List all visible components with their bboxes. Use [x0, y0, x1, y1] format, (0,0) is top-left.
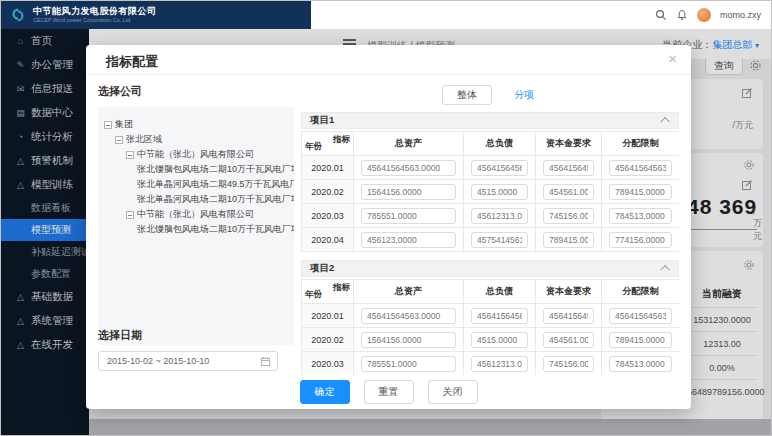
tree-node[interactable]: 张北区域	[104, 132, 288, 147]
corner-bottom-label: 年份	[305, 141, 322, 153]
tree-expander-icon[interactable]	[104, 121, 112, 129]
metric-input[interactable]	[543, 232, 594, 248]
metric-input[interactable]	[471, 308, 528, 324]
calendar-icon[interactable]	[260, 356, 271, 367]
section-header-项目2[interactable]: 项目2	[301, 260, 679, 277]
metric-input[interactable]	[609, 332, 672, 348]
tree-node-label: 集团	[115, 117, 133, 132]
metric-input[interactable]	[361, 356, 456, 372]
chevron-up-icon[interactable]	[660, 265, 670, 275]
value-cell	[464, 304, 536, 328]
metric-input[interactable]	[543, 332, 594, 348]
metric-input[interactable]	[471, 184, 528, 200]
modal-right-column: 整体分项 项目1指标年份总资产总负债资本金要求分配限制2020.012020.0…	[301, 76, 679, 375]
value-cell	[354, 228, 464, 252]
tree-node[interactable]: 张北单晶河风电场二期10万千瓦风电厂项目	[104, 192, 288, 207]
modal-left-column: 选择公司 集团张北区域中节能（张北）风电有限公司张北馒脑包风电场二期10万千瓦风…	[98, 84, 294, 375]
metric-input[interactable]	[543, 208, 594, 224]
select-date-label: 选择日期	[98, 328, 294, 343]
section-header-项目1[interactable]: 项目1	[301, 112, 679, 129]
column-header: 总负债	[464, 280, 536, 304]
username[interactable]: momo.zxy	[720, 10, 761, 20]
table-row: 2020.02	[302, 328, 680, 352]
company-name: 中节能风力发电股份有限公司	[33, 7, 157, 17]
tree-node[interactable]: 集团	[104, 117, 288, 132]
date-range-input[interactable]: 2015-10-02 ~ 2015-10-10	[98, 351, 278, 371]
metric-input[interactable]	[361, 332, 456, 348]
metric-input[interactable]	[471, 332, 528, 348]
tree-node[interactable]: 张北馒脑包风电场二期10万千瓦风电厂项目	[104, 222, 288, 237]
user-avatar[interactable]	[697, 8, 711, 22]
metric-input[interactable]	[543, 160, 594, 176]
view-tabs: 整体分项	[301, 86, 679, 104]
metric-input[interactable]	[609, 308, 672, 324]
metric-input[interactable]	[543, 308, 594, 324]
value-cell	[536, 156, 602, 180]
column-header: 分配限制	[602, 280, 680, 304]
value-cell	[602, 156, 680, 180]
close-button[interactable]: 关闭	[428, 380, 478, 404]
metric-input[interactable]	[609, 232, 672, 248]
corner-bottom-label: 年份	[305, 289, 322, 301]
value-cell	[536, 328, 602, 352]
tree-node[interactable]: 张北馒脑包风电场二期10万千瓦风电厂项目	[104, 162, 288, 177]
tree-node[interactable]: 中节能（张北）风电有限公司	[104, 147, 288, 162]
column-header: 总资产	[354, 132, 464, 156]
metric-input[interactable]	[471, 356, 528, 372]
section-title: 项目2	[310, 262, 334, 275]
metric-input[interactable]	[543, 184, 594, 200]
year-cell: 2020.03	[302, 204, 354, 228]
tree-expander-icon[interactable]	[126, 211, 134, 219]
metric-input[interactable]	[609, 184, 672, 200]
metric-input[interactable]	[609, 208, 672, 224]
metric-input[interactable]	[609, 356, 672, 372]
value-cell	[464, 352, 536, 376]
corner-header-cell: 指标年份	[302, 280, 354, 304]
metric-input[interactable]	[471, 160, 528, 176]
table-row: 2020.04	[302, 228, 680, 252]
value-cell	[602, 228, 680, 252]
logo-band: 中节能风力发电股份有限公司 CECEP Wind power Corporati…	[1, 1, 311, 29]
tab-分项[interactable]: 分项	[510, 86, 538, 104]
value-cell	[354, 180, 464, 204]
metric-input[interactable]	[471, 232, 528, 248]
tree-node[interactable]: 中节能（张北）风电有限公司	[104, 207, 288, 222]
metric-input[interactable]	[361, 208, 456, 224]
year-cell: 2020.03	[302, 352, 354, 376]
search-icon[interactable]	[655, 9, 667, 21]
metric-input[interactable]	[361, 232, 456, 248]
value-cell	[602, 352, 680, 376]
value-cell	[354, 204, 464, 228]
tree-node-label: 中节能（张北）风电有限公司	[137, 207, 254, 222]
modal-header: 指标配置 ×	[86, 45, 691, 75]
year-cell: 2020.01	[302, 304, 354, 328]
metric-input[interactable]	[471, 208, 528, 224]
metric-input[interactable]	[361, 160, 456, 176]
reset-button[interactable]: 重置	[364, 380, 414, 404]
close-icon[interactable]: ×	[668, 50, 677, 67]
metric-input[interactable]	[609, 160, 672, 176]
confirm-button[interactable]: 确定	[300, 380, 350, 404]
tree-node-label: 张北区域	[126, 132, 162, 147]
tree-expander-icon[interactable]	[115, 136, 123, 144]
company-name-en: CECEP Wind power Corporation Co.,Ltd	[33, 17, 144, 23]
metric-input[interactable]	[361, 184, 456, 200]
metric-input[interactable]	[361, 308, 456, 324]
value-cell	[536, 180, 602, 204]
chevron-up-icon[interactable]	[660, 117, 670, 127]
value-cell	[536, 352, 602, 376]
notification-bell-icon[interactable]	[676, 9, 688, 21]
metrics-table: 指标年份总资产总负债资本金要求分配限制2020.012020.022020.03	[301, 279, 679, 375]
metric-input[interactable]	[543, 356, 594, 372]
tree-node[interactable]: 张北单晶河风电场二期49.5万千瓦风电厂项目	[104, 177, 288, 192]
company-tree: 集团张北区域中节能（张北）风电有限公司张北馒脑包风电场二期10万千瓦风电厂项目张…	[98, 107, 294, 345]
tab-整体[interactable]: 整体	[442, 85, 492, 105]
header-icons: momo.zxy	[655, 1, 761, 29]
value-cell	[602, 180, 680, 204]
tree-expander-icon[interactable]	[126, 151, 134, 159]
value-cell	[464, 180, 536, 204]
indicator-config-modal: 指标配置 × 选择公司 集团张北区域中节能（张北）风电有限公司张北馒脑包风电场二…	[86, 45, 691, 409]
column-header: 资本金要求	[536, 132, 602, 156]
value-cell	[464, 156, 536, 180]
tree-node-label: 张北馒脑包风电场二期10万千瓦风电厂项目	[137, 162, 294, 177]
